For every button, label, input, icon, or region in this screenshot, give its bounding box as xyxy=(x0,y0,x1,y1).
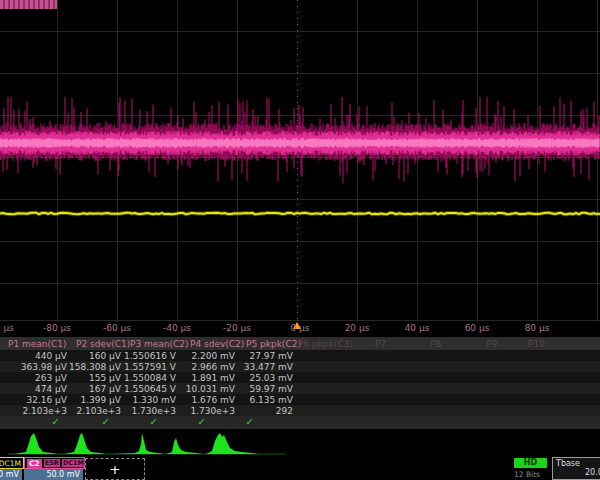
status-check-icon: ✓ xyxy=(198,416,206,427)
cell: 158.308 µV xyxy=(69,362,121,372)
table-row-num: 2.103e+3 2.103e+3 1.730e+3 1.730e+3 292 xyxy=(0,405,600,416)
waveform-traces xyxy=(0,0,600,322)
measurement-p6[interactable]: P6 pkpk(C3) xyxy=(298,339,353,349)
measurement-p1[interactable]: P1 mean(C1) xyxy=(8,339,67,349)
c1-scale-value[interactable]: 10.0 mV xyxy=(0,469,22,480)
cell: 440 µV xyxy=(35,351,67,361)
axis-tick-label: -40 µs xyxy=(163,323,191,333)
table-row-mean: 363.98 µV 158.308 µV 1.557591 V 2.966 mV… xyxy=(0,361,600,372)
cell: 160 µV xyxy=(89,351,121,361)
measurement-p5[interactable]: P5 pkpk(C2) xyxy=(246,339,301,349)
cell: 155 µV xyxy=(89,373,121,383)
measurement-p3[interactable]: P3 mean(C2) xyxy=(130,339,189,349)
axis-tick-label: 80 µs xyxy=(525,323,550,333)
c2-scale-value[interactable]: 50.0 mV xyxy=(24,469,83,480)
measurement-table: P1 mean(C1) P2 sdev(C1) P3 mean(C2) P4 s… xyxy=(0,337,600,429)
c2-scale-text: 50.0 mV xyxy=(46,470,80,479)
cell: 32.16 µV xyxy=(26,395,67,405)
c2-esr-badge: ESR xyxy=(44,459,60,467)
table-row-value: 440 µV 160 µV 1.550616 V 2.200 mV 27.97 … xyxy=(0,350,600,361)
waveform-display[interactable] xyxy=(0,0,600,322)
status-check-icon: ✓ xyxy=(246,416,254,427)
cell: 59.97 mV xyxy=(249,384,293,394)
cell: 25.03 mV xyxy=(249,373,293,383)
table-row-max: 474 µV 167 µV 1.550645 V 10.031 mV 59.97… xyxy=(0,383,600,394)
table-row-status: ✓ ✓ ✓ ✓ ✓ xyxy=(0,416,600,429)
status-check-icon: ✓ xyxy=(102,416,110,427)
cell: 1.676 mV xyxy=(191,395,235,405)
cell: 2.103e+3 xyxy=(76,406,121,416)
cell: 1.891 mV xyxy=(191,373,235,383)
cell: 1.399 µV xyxy=(80,395,121,405)
footer-bar: DC1M 10.0 mV C2 ESR DC1M 50.0 mV + HD 12… xyxy=(0,457,600,480)
c2-coupling-badge: DC1M xyxy=(62,459,85,467)
timebase-axis: -100 µs -80 µs -60 µs -40 µs -20 µs 0 µs… xyxy=(0,320,600,337)
measurement-p7[interactable]: P7 xyxy=(375,339,386,349)
cell: 2.103e+3 xyxy=(22,406,67,416)
measurement-p4[interactable]: P4 sdev(C2) xyxy=(190,339,244,349)
histicon-p1[interactable] xyxy=(14,433,58,454)
histicon-p4[interactable] xyxy=(166,438,202,454)
c1-scale-text: 10.0 mV xyxy=(0,470,19,479)
status-check-icon: ✓ xyxy=(150,416,158,427)
channel-c2-descriptor[interactable]: C2 ESR DC1M xyxy=(24,457,85,469)
axis-tick-label: 40 µs xyxy=(405,323,430,333)
c1-coupling-label: DC1M xyxy=(0,459,21,468)
measurement-p10[interactable]: P10 xyxy=(528,339,545,349)
measurement-p9[interactable]: P9 xyxy=(486,339,497,349)
axis-tick-label: -60 µs xyxy=(103,323,131,333)
cell: 2.200 mV xyxy=(191,351,235,361)
axis-tick-label: 20 µs xyxy=(345,323,370,333)
hd-mode-badge[interactable]: HD xyxy=(514,458,547,468)
timebase-label: Tbase xyxy=(553,458,600,468)
axis-tick-label: -20 µs xyxy=(223,323,251,333)
cell: 292 xyxy=(276,406,293,416)
oscilloscope-screen: -100 µs -80 µs -60 µs -40 µs -20 µs 0 µs… xyxy=(0,0,600,480)
table-row-min: 263 µV 155 µV 1.550084 V 1.891 mV 25.03 … xyxy=(0,372,600,383)
cell: 1.550645 V xyxy=(124,384,176,394)
plus-icon: + xyxy=(110,462,121,477)
top-left-trace-badge xyxy=(0,0,57,9)
cell: 27.97 mV xyxy=(249,351,293,361)
cell: 2.966 mV xyxy=(191,362,235,372)
cell: 1.557591 V xyxy=(124,362,176,372)
axis-tick-label: -100 µs xyxy=(0,323,14,333)
axis-tick-label: 0 µs xyxy=(290,323,309,333)
cell: 1.730e+3 xyxy=(131,406,176,416)
histicon-p2[interactable] xyxy=(64,433,106,454)
cell: 474 µV xyxy=(35,384,67,394)
cell: 1.330 mV xyxy=(132,395,176,405)
hd-bits-label: 12 Bits xyxy=(514,470,540,479)
timebase-descriptor[interactable]: Tbase 20.0 µs xyxy=(552,457,600,480)
measurement-histicons[interactable] xyxy=(0,429,300,457)
table-row-sdev: 32.16 µV 1.399 µV 1.330 mV 1.676 mV 6.13… xyxy=(0,394,600,405)
cell: 1.550616 V xyxy=(124,351,176,361)
cell: 6.135 mV xyxy=(249,395,293,405)
cell: 1.730e+3 xyxy=(190,406,235,416)
measurement-header-row: P1 mean(C1) P2 sdev(C1) P3 mean(C2) P4 s… xyxy=(0,337,600,350)
channel-c1-descriptor[interactable]: DC1M xyxy=(0,457,24,469)
cell: 1.550084 V xyxy=(124,373,176,383)
status-check-icon: ✓ xyxy=(52,416,60,427)
axis-tick-label: 60 µs xyxy=(465,323,490,333)
cell: 167 µV xyxy=(89,384,121,394)
cell: 363.98 µV xyxy=(21,362,67,372)
timebase-value: 20.0 µs xyxy=(553,468,600,477)
axis-tick-label: -80 µs xyxy=(43,323,71,333)
measurement-p2[interactable]: P2 sdev(C1) xyxy=(76,339,130,349)
add-trace-button[interactable]: + xyxy=(85,458,145,480)
cell: 263 µV xyxy=(35,373,67,383)
measurement-p8[interactable]: P8 xyxy=(430,339,441,349)
c2-label: C2 xyxy=(27,459,42,468)
histicon-p5[interactable] xyxy=(206,433,258,454)
histicon-p3[interactable] xyxy=(112,433,164,454)
cell: 33.477 mV xyxy=(244,362,293,372)
cell: 10.031 mV xyxy=(186,384,235,394)
